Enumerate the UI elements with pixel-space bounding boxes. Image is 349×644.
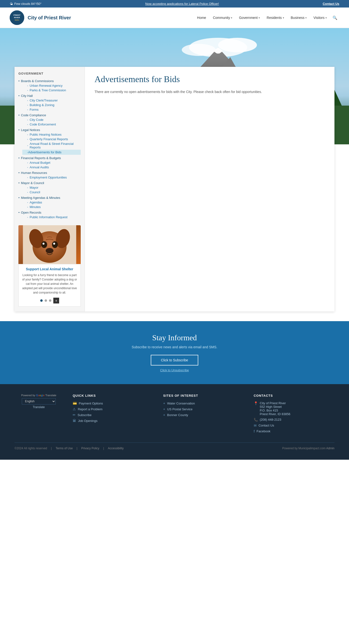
sidebar-item-minutes[interactable]: Minutes bbox=[22, 205, 81, 209]
translate-button[interactable]: Translate bbox=[15, 406, 63, 409]
sidebar-item-financial-reports[interactable]: Financial Reports & Budgets bbox=[19, 156, 81, 160]
contacts-column: CONTACTS 📍 City of Priest River552 High … bbox=[254, 394, 334, 435]
bonner-icon: + bbox=[163, 413, 165, 417]
sidebar-item-annual-budget[interactable]: Annual Budget bbox=[22, 160, 81, 165]
contacts-title: CONTACTS bbox=[254, 394, 334, 398]
sidebar-item-human-resources[interactable]: Human Resources bbox=[19, 170, 81, 175]
visitors-chevron-icon: ▾ bbox=[325, 16, 327, 19]
sidebar-item-open-records[interactable]: Open Records bbox=[19, 210, 81, 215]
widget-title[interactable]: Support Local Animal Shelter bbox=[22, 267, 78, 271]
email-icon: ✉ bbox=[254, 424, 257, 428]
sidebar: GOVERNMENT Boards & Commissions Urban Re… bbox=[15, 67, 85, 312]
sidebar-item-advertisements-bids[interactable]: Advertisements for Bids bbox=[22, 150, 81, 155]
main-navigation: Home Community ▾ Government ▾ Residents … bbox=[194, 14, 339, 22]
translate-label: Powered by Google Translate bbox=[15, 394, 63, 397]
stay-informed-title: Stay Informed bbox=[10, 333, 339, 342]
unsubscribe-link[interactable]: Click to Unsubscribe bbox=[10, 368, 339, 372]
site-logo[interactable]: PRIEST RIVER Idaho bbox=[10, 10, 24, 25]
sidebar-widget: Support Local Animal Shelter Looking for… bbox=[19, 225, 81, 306]
water-icon: + bbox=[163, 401, 165, 405]
footer-link-water[interactable]: + Water Conservation bbox=[163, 401, 244, 405]
carousel-pause-button[interactable]: ⏸ bbox=[53, 298, 59, 304]
weather-text: Few clouds 84°/50° bbox=[14, 2, 42, 6]
quick-links-title: QUICK LINKS bbox=[73, 394, 153, 398]
jobs-icon: 🏛 bbox=[73, 419, 76, 423]
language-select[interactable]: English bbox=[22, 398, 56, 404]
nav-business[interactable]: Business ▾ bbox=[288, 14, 310, 22]
sidebar-item-agendas[interactable]: Agendas bbox=[22, 200, 81, 205]
privacy-link[interactable]: Privacy Policy bbox=[81, 446, 99, 450]
stay-informed-subtitle: Subscribe to receive news and alerts via… bbox=[10, 345, 339, 349]
footer-link-postal[interactable]: + US Postal Service bbox=[163, 407, 244, 411]
page-title: Advertisements for Bids bbox=[95, 74, 325, 84]
sidebar-item-annual-road[interactable]: Annual Road & Street Financial Reports bbox=[22, 142, 81, 150]
accessibility-link[interactable]: Accessibility bbox=[108, 446, 124, 450]
sidebar-item-boards-commissions[interactable]: Boards & Commissions bbox=[19, 79, 81, 83]
sidebar-item-quarterly-financial[interactable]: Quarterly Financial Reports bbox=[22, 137, 81, 142]
footer-link-report[interactable]: ⚠ Report a Problem bbox=[73, 407, 153, 411]
sidebar-item-public-hearing[interactable]: Public Hearing Notices bbox=[22, 132, 81, 137]
translate-widget: Powered by Google Translate English Tran… bbox=[15, 394, 63, 435]
main-wrapper: GOVERNMENT Boards & Commissions Urban Re… bbox=[5, 67, 344, 312]
footer-bottom-left: ©2024 All rights reserved | Terms of Use… bbox=[15, 446, 124, 450]
sidebar-item-public-info[interactable]: Public Information Request bbox=[22, 215, 81, 220]
carousel-dot-3[interactable] bbox=[49, 299, 51, 302]
svg-point-29 bbox=[43, 243, 45, 244]
footer-contact-link[interactable]: ✉ Contact Us bbox=[254, 424, 334, 428]
sidebar-item-city-code[interactable]: City Code bbox=[22, 118, 81, 122]
svg-point-6 bbox=[218, 38, 257, 52]
sidebar-item-building-zoning[interactable]: Building & Zoning bbox=[22, 103, 81, 107]
sidebar-item-code-enforcement[interactable]: Code Enforcement bbox=[22, 122, 81, 127]
sidebar-item-annual-audits[interactable]: Annual Audits bbox=[22, 165, 81, 170]
weather-icon: 🌤 bbox=[10, 2, 13, 6]
weather-info: 🌤 Few clouds 84°/50° bbox=[10, 2, 42, 6]
alert-link[interactable]: Now accepting applications for Lateral P… bbox=[145, 2, 219, 6]
terms-link[interactable]: Terms of Use bbox=[56, 446, 73, 450]
svg-point-30 bbox=[53, 243, 55, 244]
copyright: ©2024 All rights reserved bbox=[15, 446, 47, 450]
carousel-dot-2[interactable] bbox=[45, 299, 47, 302]
nav-residents[interactable]: Residents ▾ bbox=[264, 14, 287, 22]
nav-community[interactable]: Community ▾ bbox=[210, 14, 235, 22]
sidebar-item-urban-renewal[interactable]: Urban Renewal Agency bbox=[22, 83, 81, 88]
sidebar-item-legal-notices[interactable]: Legal Notices bbox=[19, 128, 81, 132]
sites-interest-title: SITES OF INTEREST bbox=[163, 394, 244, 398]
site-footer: Powered by Google Translate English Tran… bbox=[0, 384, 349, 460]
contact-us-link[interactable]: Contact Us bbox=[322, 2, 339, 6]
nav-visitors[interactable]: Visitors ▾ bbox=[310, 14, 330, 22]
nav-government[interactable]: Government ▾ bbox=[236, 14, 263, 22]
footer-link-jobs[interactable]: 🏛 Job Openings bbox=[73, 419, 153, 423]
sidebar-item-employment[interactable]: Employment Opportunities bbox=[22, 175, 81, 180]
sidebar-item-parks-tree[interactable]: Parks & Tree Commission bbox=[22, 88, 81, 92]
footer-link-bonner[interactable]: + Bonner County bbox=[163, 413, 244, 417]
subscribe-button[interactable]: Click to Subscribe bbox=[151, 355, 198, 366]
sidebar-item-city-hall[interactable]: City Hall bbox=[19, 94, 81, 98]
site-title[interactable]: City of Priest River bbox=[28, 15, 71, 20]
footer-link-subscribe[interactable]: ✏ Subscribe bbox=[73, 413, 153, 417]
nav-home[interactable]: Home bbox=[194, 14, 209, 22]
footer-phone[interactable]: 📞 (208) 448-2123 bbox=[254, 418, 334, 422]
admin-link[interactable]: Admin bbox=[326, 446, 334, 450]
logo-area: PRIEST RIVER Idaho City of Priest River bbox=[10, 10, 71, 25]
sidebar-item-code-compliance[interactable]: Code Compliance bbox=[19, 113, 81, 118]
sidebar-item-meeting-agendas[interactable]: Meeting Agendas & Minutes bbox=[19, 196, 81, 200]
main-content: Advertisements for Bids There are curren… bbox=[85, 67, 334, 312]
svg-text:RIVER: RIVER bbox=[14, 16, 20, 19]
footer-link-payment[interactable]: 💳 Payment Options bbox=[73, 401, 153, 405]
community-chevron-icon: ▾ bbox=[231, 16, 232, 19]
sidebar-item-mayor-council[interactable]: Mayor & Council bbox=[19, 181, 81, 185]
sidebar-item-city-clerk[interactable]: City Clerk/Treasurer bbox=[22, 98, 81, 103]
footer-divider-2: | bbox=[77, 446, 77, 450]
widget-controls: ⏸ bbox=[22, 298, 78, 304]
sidebar-item-council[interactable]: Council bbox=[22, 190, 81, 194]
sidebar-item-mayor[interactable]: Mayor bbox=[22, 185, 81, 190]
footer-facebook-link[interactable]: f Facebook bbox=[254, 430, 334, 433]
search-button[interactable]: 🔍 bbox=[330, 14, 339, 22]
widget-body: Support Local Animal Shelter Looking for… bbox=[19, 264, 81, 306]
content-card: GOVERNMENT Boards & Commissions Urban Re… bbox=[15, 67, 334, 312]
svg-point-28 bbox=[52, 241, 58, 248]
carousel-dot-1[interactable] bbox=[40, 299, 43, 302]
sidebar-item-forms[interactable]: Forms bbox=[22, 107, 81, 112]
government-chevron-icon: ▾ bbox=[259, 16, 260, 19]
widget-description: Looking for a furry friend to become a p… bbox=[22, 273, 78, 295]
